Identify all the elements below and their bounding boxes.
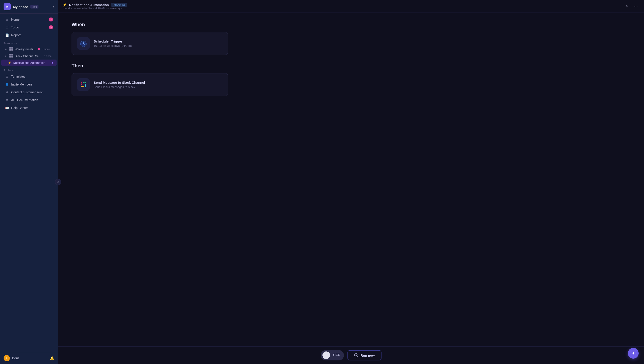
invite-members-label: Invite Members: [11, 83, 33, 86]
then-section: Then: [72, 63, 630, 96]
weekly-meeting-badge: 1piece: [42, 48, 50, 50]
edit-button[interactable]: ✎: [624, 3, 630, 10]
report-label: Report: [11, 33, 20, 37]
toggle-knob: [322, 351, 330, 359]
help-center-label: Help Center: [11, 106, 28, 110]
sidebar-collapse-button[interactable]: ⟨⟩: [55, 179, 61, 185]
todo-label: To-do: [11, 26, 19, 29]
sidebar-item-slack-channel[interactable]: ▾ Slack Channel Sc… 1piece: [1, 53, 56, 59]
topbar-automation-icon: ⚡: [62, 3, 67, 7]
slack-channel-badge: 1piece: [44, 55, 52, 57]
svg-rect-13: [85, 84, 86, 86]
action-card-subtitle: Send Blocks messages to Slack: [94, 85, 145, 89]
workspace-avatar: M: [4, 3, 11, 10]
sidebar-item-home[interactable]: ⌂ Home 3: [1, 16, 56, 23]
sidebar-item-templates[interactable]: ⊞ Templates: [1, 73, 56, 80]
sidebar-nav: ⌂ Home 3 ☐ To-do 3 📄 Report Resources ▶: [0, 14, 58, 114]
action-card-title: Send Message to Slack Channel: [94, 81, 145, 84]
workspace-name: My space: [13, 5, 28, 9]
notifications-automation-label: Notifications Automation: [13, 61, 46, 65]
slack-channel-label: Slack Channel Sc…: [15, 54, 42, 58]
action-card[interactable]: Send Message to Slack Channel Send Block…: [72, 73, 228, 96]
templates-label: Templates: [11, 75, 26, 78]
invite-members-icon: 👤: [5, 82, 9, 86]
scheduler-trigger-icon: [79, 39, 88, 48]
contact-customer-label: Contact customer servi…: [11, 90, 46, 94]
sidebar: M My space Free ▾ ⌂ Home 3 ☐ To-do 3 📄 R…: [0, 0, 58, 364]
home-badge: 3: [49, 18, 53, 22]
fab-button[interactable]: ✦: [628, 348, 639, 359]
run-inner-dot: [356, 354, 357, 356]
explore-section-label: Explore: [0, 66, 58, 73]
toggle-label: OFF: [333, 353, 340, 357]
svg-rect-11: [81, 86, 82, 87]
report-icon: 📄: [5, 33, 9, 37]
sidebar-item-invite-members[interactable]: 👤 Invite Members: [1, 81, 56, 88]
action-card-text: Send Message to Slack Channel Send Block…: [94, 81, 145, 89]
main-content: ⚡ Notifications Automation Full Access S…: [58, 0, 644, 364]
notification-bell-icon[interactable]: 🔔: [50, 356, 54, 360]
todo-icon: ☐: [5, 25, 9, 29]
svg-rect-10: [83, 82, 84, 83]
user-name: Doris: [12, 356, 20, 360]
active-dot-icon: [52, 62, 53, 64]
workspace-header[interactable]: M My space Free ▾: [0, 0, 58, 14]
sidebar-item-contact-customer[interactable]: 🖥 Contact customer servi…: [1, 88, 56, 96]
sidebar-footer: Y Doris 🔔: [0, 352, 58, 364]
slack-icon: [79, 80, 88, 89]
resources-section-label: Resources: [0, 39, 58, 46]
then-section-header: Then: [72, 63, 630, 69]
chevron-right-icon: ▶: [5, 48, 8, 51]
svg-rect-12: [82, 86, 84, 87]
svg-rect-9: [85, 82, 86, 83]
run-now-label: Run now: [360, 353, 374, 357]
svg-rect-7: [81, 82, 82, 83]
trigger-card[interactable]: Scheduler Trigger 10 AM on weekdays (UTC…: [72, 32, 228, 55]
home-icon: ⌂: [5, 18, 9, 22]
trigger-card-title: Scheduler Trigger: [94, 39, 132, 43]
sidebar-item-todo[interactable]: ☐ To-do 3: [1, 24, 56, 31]
sidebar-item-help-center[interactable]: 📖 Help Center: [1, 104, 56, 112]
contact-customer-icon: 🖥: [5, 90, 9, 94]
topbar: ⚡ Notifications Automation Full Access S…: [58, 0, 644, 13]
sidebar-item-weekly-meeting[interactable]: ▶ Weekly meeti… 1piece: [1, 46, 56, 52]
workspace-chevron-icon: ▾: [53, 5, 54, 8]
grid-icon: [10, 47, 13, 51]
svg-rect-14: [85, 86, 86, 87]
notification-dot-icon: [38, 48, 40, 50]
action-card-icon-wrapper: [77, 78, 90, 91]
automation-icon: ⚡: [8, 61, 11, 65]
more-button[interactable]: ⋯: [632, 3, 640, 10]
bottom-bar: OFF Run now: [58, 346, 644, 364]
templates-icon: ⊞: [5, 75, 9, 79]
api-docs-icon: ⚙: [5, 98, 9, 102]
grid-icon-2: [10, 54, 13, 58]
automation-toggle[interactable]: OFF: [321, 350, 344, 360]
help-center-icon: 📖: [5, 106, 9, 110]
sidebar-item-api-docs[interactable]: ⚙ API Documentation: [1, 96, 56, 104]
sidebar-item-report[interactable]: 📄 Report: [1, 31, 56, 39]
user-avatar: Y: [4, 355, 10, 361]
topbar-title-section: ⚡ Notifications Automation Full Access S…: [62, 3, 127, 10]
trigger-card-icon-wrapper: [77, 37, 90, 50]
topbar-subtitle: Send a message to Slack at 10 AM on week…: [64, 7, 127, 10]
content-area: When Scheduler Trigger 10 AM on weekdays…: [58, 13, 644, 346]
free-badge: Free: [30, 5, 39, 9]
run-now-button[interactable]: Run now: [348, 350, 381, 360]
trigger-card-text: Scheduler Trigger 10 AM on weekdays (UTC…: [94, 39, 132, 48]
topbar-actions: ✎ ⋯: [624, 3, 640, 10]
chevron-down-icon: ▾: [5, 55, 8, 58]
weekly-meeting-label: Weekly meeti…: [15, 48, 36, 51]
when-section-header: When: [72, 22, 630, 28]
api-docs-label: API Documentation: [11, 98, 38, 102]
page-title: Notifications Automation: [69, 3, 109, 7]
trigger-card-subtitle: 10 AM on weekdays (UTC+8): [94, 44, 132, 48]
full-access-badge: Full Access: [111, 3, 127, 7]
todo-badge: 3: [49, 25, 53, 29]
svg-rect-8: [81, 84, 82, 85]
svg-point-4: [83, 43, 84, 44]
home-label: Home: [11, 18, 20, 21]
run-icon: [354, 353, 358, 357]
sidebar-item-notifications-automation[interactable]: ⚡ Notifications Automation: [1, 60, 56, 66]
